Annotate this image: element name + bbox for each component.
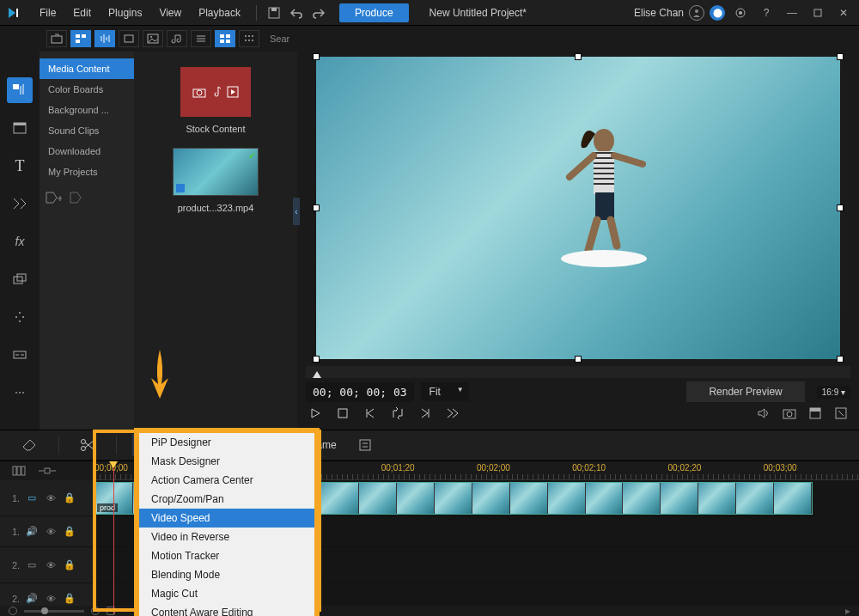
panel-collapse-icon[interactable]: ‹ bbox=[293, 198, 300, 225]
track-visibility-icon[interactable]: 👁 bbox=[44, 592, 58, 606]
filter-media-icon[interactable] bbox=[70, 30, 91, 47]
maximize-icon[interactable] bbox=[807, 3, 828, 23]
menu-file[interactable]: File bbox=[31, 3, 64, 22]
sidebar-color-boards[interactable]: Color Boards bbox=[40, 79, 134, 100]
prev-frame-icon[interactable] bbox=[361, 404, 380, 423]
search-label[interactable]: Sear bbox=[270, 34, 289, 44]
tag-remove-icon[interactable] bbox=[69, 191, 86, 204]
track-lock-icon[interactable]: 🔒 bbox=[63, 525, 76, 539]
play-icon[interactable] bbox=[306, 404, 325, 423]
tag-add-icon[interactable] bbox=[45, 191, 62, 204]
zoom-slider[interactable] bbox=[24, 610, 84, 613]
zoom-fit-dropdown[interactable]: Fit bbox=[421, 382, 469, 401]
menu-magic-cut[interactable]: Magic Cut bbox=[139, 584, 314, 603]
render-preview-button[interactable]: Render Preview bbox=[686, 381, 804, 402]
track-lock-icon[interactable]: 🔒 bbox=[63, 558, 76, 572]
scissors-icon[interactable] bbox=[75, 435, 101, 455]
resize-handle[interactable] bbox=[575, 356, 582, 363]
effect-room-icon[interactable] bbox=[7, 115, 33, 141]
title-room-icon[interactable]: T bbox=[7, 153, 33, 179]
preview-viewport[interactable] bbox=[316, 57, 840, 359]
save-icon[interactable] bbox=[264, 3, 284, 23]
subtitle-room-icon[interactable] bbox=[7, 342, 33, 368]
user-name: Elise Chan bbox=[634, 7, 684, 19]
sidebar-my-projects[interactable]: My Projects bbox=[40, 162, 134, 182]
timecode[interactable]: 00; 00; 00; 03 bbox=[306, 382, 414, 402]
menu-view[interactable]: View bbox=[150, 3, 190, 22]
filter-audio-icon[interactable] bbox=[94, 30, 115, 47]
snapshot-icon[interactable] bbox=[780, 404, 799, 423]
timeline-view-story-icon[interactable] bbox=[38, 466, 57, 476]
media-clip[interactable]: ✔ product...323.mp4 bbox=[173, 148, 259, 213]
menu-motion-tracker[interactable]: Motion Tracker bbox=[139, 546, 314, 565]
undo-icon[interactable] bbox=[286, 3, 307, 23]
resize-handle[interactable] bbox=[837, 53, 844, 60]
import-icon[interactable] bbox=[46, 30, 67, 47]
media-room-icon[interactable] bbox=[7, 77, 33, 103]
timeline-view-clip-icon[interactable] bbox=[12, 466, 27, 476]
particle-room-icon[interactable] bbox=[7, 304, 33, 330]
notifications-icon[interactable]: ⬤ bbox=[710, 5, 725, 21]
resize-handle[interactable] bbox=[313, 204, 320, 211]
eraser-icon[interactable] bbox=[17, 435, 43, 455]
menu-content-aware[interactable]: Content Aware Editing bbox=[139, 603, 314, 616]
sidebar-background[interactable]: Background ... bbox=[40, 100, 134, 120]
redo-icon[interactable] bbox=[308, 3, 329, 23]
volume-icon[interactable] bbox=[754, 404, 773, 423]
overlay-room-icon[interactable] bbox=[7, 266, 33, 292]
track-visibility-icon[interactable]: 👁 bbox=[44, 558, 58, 572]
menu-edit[interactable]: Edit bbox=[64, 3, 100, 22]
svg-rect-50 bbox=[13, 467, 16, 475]
scroll-right-icon[interactable]: ▸ bbox=[845, 605, 850, 616]
menu-video-speed[interactable]: Video Speed bbox=[139, 509, 314, 528]
resize-handle[interactable] bbox=[313, 356, 320, 363]
resize-handle[interactable] bbox=[837, 356, 844, 363]
menu-mask-designer[interactable]: Mask Designer bbox=[139, 452, 314, 471]
produce-button[interactable]: Produce bbox=[339, 3, 409, 22]
close-icon[interactable]: ✕ bbox=[833, 3, 854, 23]
view-list-icon[interactable] bbox=[191, 30, 211, 47]
fullscreen-icon[interactable] bbox=[832, 404, 850, 423]
next-frame-icon[interactable] bbox=[416, 404, 435, 423]
menu-blending-mode[interactable]: Blending Mode bbox=[139, 565, 314, 584]
track-lock-icon[interactable]: 🔒 bbox=[63, 592, 76, 606]
loop-icon[interactable] bbox=[388, 404, 407, 423]
dock-icon[interactable] bbox=[806, 404, 825, 423]
view-grid-icon[interactable] bbox=[215, 30, 235, 47]
filter-video-icon[interactable] bbox=[119, 30, 139, 47]
fx-room-icon[interactable]: fx bbox=[7, 229, 33, 254]
stop-icon[interactable] bbox=[333, 404, 352, 423]
track-lock-icon[interactable]: 🔒 bbox=[63, 491, 76, 505]
resize-handle[interactable] bbox=[313, 53, 320, 60]
track-visibility-icon[interactable]: 👁 bbox=[44, 491, 58, 505]
menu-playback[interactable]: Playback bbox=[190, 3, 249, 22]
menu-action-camera[interactable]: Action Camera Center bbox=[139, 471, 314, 490]
user-avatar-icon[interactable] bbox=[689, 5, 704, 21]
view-options-icon[interactable] bbox=[239, 30, 259, 47]
menu-video-reverse[interactable]: Video in Reverse bbox=[139, 528, 314, 546]
help-icon[interactable]: ? bbox=[756, 3, 777, 23]
minimize-icon[interactable]: — bbox=[782, 3, 802, 23]
sidebar-sound-clips[interactable]: Sound Clips bbox=[40, 120, 134, 141]
transition-room-icon[interactable] bbox=[7, 191, 33, 217]
filter-image-icon[interactable] bbox=[143, 30, 163, 47]
resize-handle[interactable] bbox=[837, 204, 844, 211]
aspect-ratio-label[interactable]: 16:9 ▾ bbox=[817, 386, 850, 399]
filter-music-icon[interactable] bbox=[167, 30, 187, 47]
sidebar-media-content[interactable]: Media Content bbox=[40, 58, 134, 79]
menu-pip-designer[interactable]: PiP Designer bbox=[139, 433, 314, 452]
stock-content-tile[interactable]: Stock Content bbox=[180, 67, 251, 134]
playhead[interactable] bbox=[113, 461, 114, 614]
fast-forward-icon[interactable] bbox=[443, 404, 462, 423]
zoom-out-icon[interactable] bbox=[9, 607, 17, 615]
sidebar-downloaded[interactable]: Downloaded bbox=[40, 141, 134, 162]
resize-handle[interactable] bbox=[575, 53, 582, 60]
track-visibility-icon[interactable]: 👁 bbox=[44, 525, 58, 539]
settings-icon[interactable] bbox=[730, 3, 751, 23]
menu-plugins[interactable]: Plugins bbox=[100, 3, 150, 22]
more-icon[interactable]: ⋯ bbox=[7, 380, 33, 406]
menu-crop-zoom-pan[interactable]: Crop/Zoom/Pan bbox=[139, 490, 314, 509]
preview-scrubber[interactable] bbox=[306, 366, 850, 378]
zoom-in-icon[interactable] bbox=[91, 607, 100, 615]
more-options-icon[interactable] bbox=[352, 435, 378, 455]
